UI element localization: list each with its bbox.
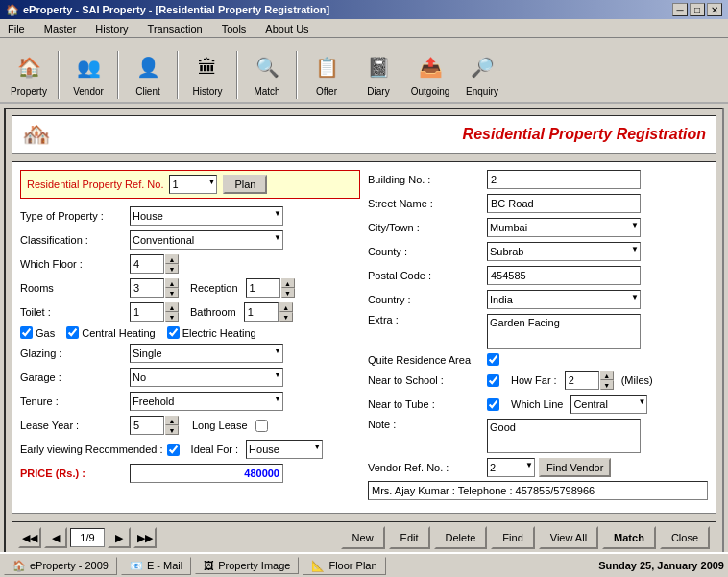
maximize-btn[interactable]: □ — [690, 3, 705, 16]
lease-year-input[interactable] — [130, 416, 164, 435]
floor-up[interactable]: ▲ — [165, 254, 179, 264]
which-line-select[interactable]: Central — [570, 395, 647, 414]
ideal-for-select[interactable]: House — [246, 440, 323, 459]
bathroom-up[interactable]: ▲ — [279, 302, 293, 312]
country-select[interactable]: India — [487, 290, 641, 309]
how-far-down[interactable]: ▼ — [600, 380, 614, 390]
classification-select[interactable]: Conventional — [130, 230, 283, 250]
reception-down[interactable]: ▼ — [281, 288, 295, 298]
rooms-input[interactable] — [130, 278, 164, 298]
menu-master[interactable]: Master — [40, 22, 81, 36]
toilet-down[interactable]: ▼ — [165, 312, 179, 322]
tenure-select[interactable]: Freehold — [130, 392, 283, 411]
miles-label: (Miles) — [621, 374, 653, 386]
edit-btn[interactable]: Edit — [389, 526, 430, 549]
lease-year-up[interactable]: ▲ — [165, 416, 179, 425]
extra-textarea[interactable]: Garden Facing — [487, 314, 641, 349]
toilet-input[interactable] — [130, 302, 164, 322]
garage-select[interactable]: No — [130, 368, 283, 387]
menu-transaction[interactable]: Transaction — [144, 22, 206, 36]
toolbar-history[interactable]: 🏛 History — [182, 48, 232, 99]
early-viewing-checkbox[interactable] — [167, 444, 180, 456]
menu-file[interactable]: File — [4, 22, 29, 36]
form-container: Residential Property Ref. No. 1 Plan Typ… — [12, 161, 716, 514]
find-btn[interactable]: Find — [491, 526, 534, 549]
street-input[interactable] — [487, 194, 641, 213]
price-row: PRICE (Rs.) : — [20, 464, 360, 483]
toolbar-offer[interactable]: 📋 Offer — [302, 48, 352, 99]
window-title: eProperty - SAI Property - [Residential … — [23, 4, 329, 15]
building-label: Building No. : — [368, 174, 483, 185]
vendor-ref-select[interactable]: 2 — [487, 458, 535, 477]
long-lease-label: Long Lease — [192, 420, 248, 431]
price-input[interactable] — [130, 464, 283, 483]
close-btn[interactable]: Close — [660, 526, 710, 549]
building-input[interactable] — [487, 170, 641, 189]
how-far-input[interactable] — [565, 371, 599, 390]
toolbar-match[interactable]: 🔍 Match — [242, 48, 292, 99]
taskbar: 🏠 eProperty - 2009 📧 E - Mail 🖼 Property… — [0, 552, 728, 577]
first-btn[interactable]: ◀◀ — [18, 527, 41, 548]
long-lease-checkbox[interactable] — [255, 420, 268, 432]
match-btn[interactable]: Match — [602, 526, 656, 549]
toolbar-vendor[interactable]: 👥 Vendor — [63, 48, 113, 99]
school-checkbox[interactable] — [487, 374, 499, 387]
toolbar-enquiry[interactable]: 🔎 Enquiry — [457, 48, 507, 99]
page-indicator[interactable] — [70, 528, 105, 547]
quite-checkbox[interactable] — [487, 353, 499, 366]
tube-checkbox[interactable] — [487, 398, 499, 411]
floor-input[interactable] — [130, 254, 164, 274]
new-btn[interactable]: New — [341, 526, 385, 549]
menu-about[interactable]: About Us — [261, 22, 312, 36]
taskbar-email[interactable]: 📧 E - Mail — [121, 557, 191, 575]
toolbar-property[interactable]: 🏠 Property — [4, 48, 54, 99]
postal-input[interactable] — [487, 266, 641, 285]
plan-btn[interactable]: Plan — [223, 175, 267, 194]
close-window-btn[interactable]: ✕ — [707, 3, 722, 16]
rooms-row: Rooms ▲ ▼ Reception ▲ ▼ — [20, 278, 360, 298]
bathroom-down[interactable]: ▼ — [279, 312, 293, 322]
floor-plan-icon: 📐 — [311, 560, 325, 572]
reception-input[interactable] — [246, 278, 280, 298]
menu-history[interactable]: History — [91, 22, 132, 36]
county-select[interactable]: Subrab — [487, 242, 641, 261]
last-btn[interactable]: ▶▶ — [133, 527, 157, 548]
toolbar-outgoing[interactable]: 📤 Outgoing — [405, 48, 455, 99]
delete-btn[interactable]: Delete — [434, 526, 488, 549]
toolbar-client[interactable]: 👤 Client — [123, 48, 173, 99]
find-vendor-btn[interactable]: Find Vendor — [539, 458, 611, 477]
taskbar-app[interactable]: 🏠 eProperty - 2009 — [4, 557, 117, 575]
rooms-up[interactable]: ▲ — [165, 278, 179, 288]
lease-year-down[interactable]: ▼ — [165, 425, 179, 435]
menu-tools[interactable]: Tools — [218, 22, 251, 36]
glazing-select[interactable]: Single — [130, 344, 283, 363]
main-window: 🏘️ Residential Property Registration Res… — [4, 108, 724, 562]
reception-up[interactable]: ▲ — [281, 278, 295, 288]
bathroom-label: Bathroom — [190, 306, 236, 318]
prev-btn[interactable]: ◀ — [44, 527, 67, 548]
toolbar-diary[interactable]: 📓 Diary — [353, 48, 403, 99]
rooms-down[interactable]: ▼ — [165, 288, 179, 298]
minimize-btn[interactable]: ─ — [672, 3, 688, 16]
note-textarea[interactable]: Good — [487, 419, 641, 453]
toilet-up[interactable]: ▲ — [165, 302, 179, 312]
central-heating-checkbox[interactable] — [66, 326, 79, 339]
postal-row: Postal Code : — [368, 266, 708, 285]
header-title: Residential Property Registration — [463, 126, 706, 143]
taskbar-property-image[interactable]: 🖼 Property Image — [195, 557, 299, 574]
city-row: City/Town : Mumbai — [368, 218, 708, 237]
next-btn[interactable]: ▶ — [108, 527, 131, 548]
floor-down[interactable]: ▼ — [165, 264, 179, 274]
vendor-info-input[interactable] — [368, 481, 708, 500]
view-all-btn[interactable]: View All — [539, 526, 598, 549]
electric-heating-checkbox[interactable] — [167, 326, 180, 339]
bathroom-input[interactable] — [244, 302, 279, 322]
city-select[interactable]: Mumbai — [487, 218, 641, 237]
type-select[interactable]: House — [130, 206, 283, 226]
taskbar-left: 🏠 eProperty - 2009 📧 E - Mail 🖼 Property… — [4, 557, 386, 575]
country-label: Country : — [368, 294, 483, 305]
how-far-up[interactable]: ▲ — [600, 371, 614, 380]
ref-select[interactable]: 1 — [169, 175, 217, 194]
taskbar-floor-plan[interactable]: 📐 Floor Plan — [303, 557, 385, 575]
gas-checkbox[interactable] — [20, 326, 33, 339]
